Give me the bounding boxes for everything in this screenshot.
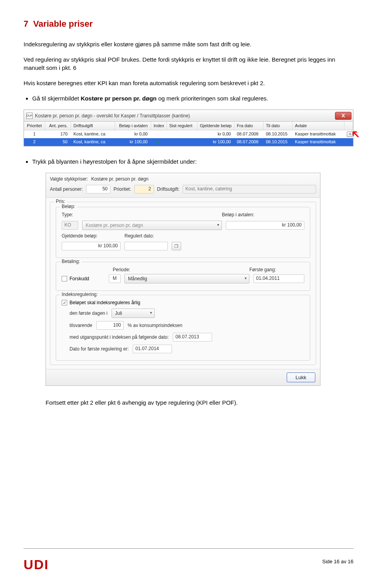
periode-label: Periode: bbox=[113, 267, 245, 272]
col-edit bbox=[344, 122, 353, 130]
app-icon: DUF bbox=[26, 113, 33, 119]
footer-divider bbox=[24, 548, 353, 549]
regulert-label: Regulert dato: bbox=[124, 233, 176, 239]
col-prioritet[interactable]: Prioritet bbox=[24, 122, 45, 130]
belop-avtalen-field[interactable]: kr 100,00 bbox=[226, 221, 304, 230]
tilsvarende-field[interactable]: 100 bbox=[96, 321, 124, 330]
belop-fieldset: Beløp: Type: Beløp i avtalen: KO Kostøre… bbox=[56, 207, 310, 258]
body-text-3: Hvis kostøre beregnes etter KPI kan man … bbox=[24, 79, 353, 87]
type-code-field: KO bbox=[62, 221, 78, 230]
prioritet-label: Prioritet: bbox=[113, 186, 131, 192]
antall-label: Antall personer: bbox=[50, 186, 83, 192]
table-row[interactable]: 2 50 Kost, kantine, ca kr 100,00 ✓ kr 10… bbox=[24, 138, 353, 146]
body-text-4: Fortsett etter pkt 2 eller pkt 6 avhengi… bbox=[46, 398, 353, 407]
checkbox-icon: ✓ bbox=[62, 300, 67, 305]
col-fra[interactable]: Fra dato bbox=[234, 122, 264, 130]
col-gjeldende[interactable]: Gjeldende beløp bbox=[198, 122, 234, 130]
window-close-button[interactable]: X bbox=[335, 112, 351, 120]
prioritet-field[interactable]: 2 bbox=[134, 185, 154, 194]
col-til[interactable]: Til dato bbox=[264, 122, 293, 130]
bullet-1: Gå til skjermbildet Kostøre pr person pr… bbox=[32, 94, 353, 102]
forste-regulering-field[interactable]: 01.07.2014 bbox=[133, 345, 172, 353]
copy-button[interactable]: ❐ bbox=[172, 242, 181, 250]
bullet-list-2: Trykk på blyanten i høyrestolpen for å å… bbox=[32, 157, 353, 166]
pris-legend: Pris: bbox=[54, 199, 67, 204]
bullet-2: Trykk på blyanten i høyrestolpen for å å… bbox=[32, 157, 353, 166]
form-footer: Lukk bbox=[46, 369, 320, 385]
body-text-2: Ved regulering av stykkpris skal POF bru… bbox=[24, 55, 353, 72]
check-icon: ✓ bbox=[157, 139, 161, 145]
col-index[interactable]: Index bbox=[151, 122, 167, 130]
indeks-fieldset: Indeksregulering: ✓ Beløpet skal indeksr… bbox=[56, 295, 310, 361]
periode-select[interactable]: Månedlig bbox=[124, 274, 249, 283]
grid-window: DUF Kostøre pr. person pr. døgn - oversi… bbox=[24, 110, 353, 146]
belop-avtalen-label: Beløp i avtalen: bbox=[222, 212, 304, 217]
window-title: Kostøre pr. person pr. døgn - oversikt f… bbox=[35, 113, 335, 119]
betaling-legend: Betaling: bbox=[60, 259, 82, 264]
betaling-fieldset: Betaling: Periode: Første gang: Forskudd… bbox=[56, 262, 310, 291]
utgangspunkt-label: med utgangspunkt i indeksen på følgende … bbox=[70, 334, 169, 340]
antall-field[interactable]: 50 bbox=[86, 185, 110, 194]
col-sist[interactable]: Sist regulert bbox=[167, 122, 198, 130]
utgangspunkt-field[interactable]: 08.07.2013 bbox=[173, 333, 212, 341]
form-top-bar: Valgte stykkpriser: Kostøre pr. person p… bbox=[46, 173, 320, 198]
forste-regulering-label: Dato for første regulering er: bbox=[70, 346, 129, 352]
forste-gang-label: Første gang: bbox=[249, 267, 304, 272]
tilsvarende-suffix: % av konsumprisindeksen bbox=[128, 323, 182, 328]
indeks-month-select[interactable]: Juli bbox=[112, 309, 155, 318]
type-select[interactable]: Kostøre pr. person pr. døgn bbox=[82, 221, 222, 230]
driftsutgift-field: Kost, kantine, catering bbox=[183, 185, 316, 194]
body-text-1: Indeksregulering av stykkpris eller kost… bbox=[24, 40, 353, 48]
indeks-day-label: den første dagen i bbox=[70, 310, 108, 316]
grid-header: Prioritet Ant. pers. Driftsutgift Beløp … bbox=[24, 122, 353, 130]
udi-logo: UDI bbox=[24, 557, 49, 572]
belop-legend: Beløp: bbox=[60, 204, 77, 209]
regulert-field[interactable] bbox=[124, 242, 168, 250]
window-titlebar: DUF Kostøre pr. person pr. døgn - oversi… bbox=[24, 110, 353, 122]
section-number: 7 bbox=[24, 19, 28, 29]
tilsvarende-label: tilsvarende bbox=[70, 323, 92, 328]
page-number: Side 16 av 16 bbox=[322, 559, 353, 564]
section-heading: 7 Variable priser bbox=[24, 19, 353, 29]
indeks-legend: Indeksregulering: bbox=[60, 292, 99, 297]
detail-form-window: Valgte stykkpriser: Kostøre pr. person p… bbox=[46, 173, 320, 386]
section-title: Variable priser bbox=[33, 19, 93, 29]
valgte-label: Valgte stykkpriser: bbox=[50, 176, 88, 182]
col-belop[interactable]: Beløp i avtalen bbox=[115, 122, 151, 130]
forste-gang-field[interactable]: 01.04.2011 bbox=[253, 274, 304, 283]
pris-fieldset: Pris: Beløp: Type: Beløp i avtalen: KO K… bbox=[50, 202, 316, 365]
table-row[interactable]: 1 170 Kost, kantine, ca kr 0,00 kr 0,00 … bbox=[24, 130, 353, 138]
lukk-button[interactable]: Lukk bbox=[287, 373, 315, 382]
col-ant-pers[interactable]: Ant. pers. bbox=[45, 122, 71, 130]
type-label: Type: bbox=[62, 212, 218, 217]
col-driftsutgift[interactable]: Driftsutgift bbox=[71, 122, 115, 130]
checkbox-icon bbox=[62, 276, 67, 281]
gjeldende-label: Gjeldende beløp: bbox=[62, 233, 121, 239]
driftsutgift-label: Driftsutgift: bbox=[157, 186, 179, 192]
indeks-checkbox[interactable]: ✓ Beløpet skal indeksreguleres årlig bbox=[62, 300, 140, 305]
valgte-value: Kostøre pr. person pr. døgn bbox=[91, 176, 148, 182]
bullet-list-1: Gå til skjermbildet Kostøre pr person pr… bbox=[32, 94, 353, 102]
col-avtale[interactable]: Avtale bbox=[293, 122, 344, 130]
gjeldende-field[interactable]: kr 100,00 bbox=[62, 242, 121, 250]
forskudd-checkbox[interactable]: Forskudd bbox=[62, 276, 105, 281]
periode-code-field[interactable]: M bbox=[109, 274, 121, 283]
